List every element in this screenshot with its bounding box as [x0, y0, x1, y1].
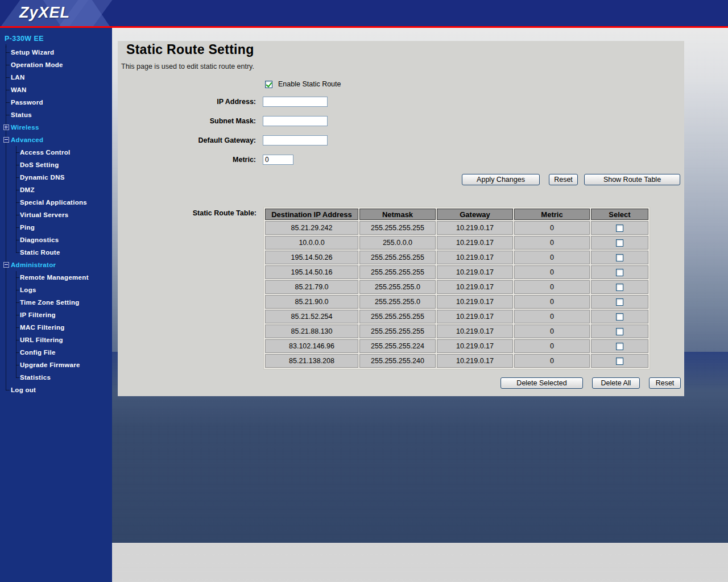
delete-selected-button[interactable]: Delete Selected: [500, 377, 583, 389]
route-select-checkbox[interactable]: [616, 254, 623, 261]
tree-line: [6, 346, 6, 359]
reset-table-button[interactable]: Reset: [649, 377, 681, 389]
route-select-checkbox[interactable]: [616, 269, 623, 276]
reset-button[interactable]: Reset: [549, 174, 578, 185]
sidebar-item-ping[interactable]: Ping: [0, 221, 112, 234]
sidebar-item-virtual-servers[interactable]: Virtual Servers: [0, 209, 112, 221]
sidebar-item-static-route[interactable]: Static Route: [0, 246, 112, 259]
destination-cell: 195.14.50.26: [265, 251, 358, 264]
sidebar-item-special-applications[interactable]: Special Applications: [0, 196, 112, 209]
subnet-mask-field[interactable]: [263, 116, 328, 126]
route-select-checkbox[interactable]: [616, 328, 623, 335]
tree-tick: [16, 227, 19, 228]
metric-cell: 0: [514, 280, 590, 294]
form-buttons-row: Apply ChangesResetShow Route Table: [118, 174, 680, 185]
sidebar-item-dos-setting[interactable]: DoS Setting: [0, 159, 112, 171]
enable-static-route-checkbox[interactable]: [265, 81, 272, 88]
static-route-table-label: Static Route Table:: [118, 207, 257, 369]
route-select-checkbox[interactable]: [616, 313, 623, 321]
tree-line: [6, 271, 6, 284]
sidebar-item-upgrade-firmware[interactable]: Upgrade Firmware: [0, 359, 112, 371]
sidebar-item-remote-management[interactable]: Remote Management: [0, 271, 112, 284]
gateway-cell: 10.219.0.17: [437, 280, 513, 294]
tree-line: [6, 334, 6, 346]
metric-cell: 0: [514, 265, 590, 279]
netmask-cell: 255.255.255.255: [359, 221, 436, 235]
route-row: 83.102.146.96255.255.255.22410.219.0.170: [265, 339, 648, 353]
sidebar-item-diagnostics[interactable]: Diagnostics: [0, 234, 112, 246]
sidebar-item-lan[interactable]: LAN: [0, 71, 112, 84]
default-gateway-label: Default Gateway:: [118, 136, 256, 144]
select-cell: [591, 339, 648, 353]
tree-tick: [6, 115, 10, 115]
sidebar-item-operation-mode[interactable]: Operation Mode: [0, 59, 112, 71]
netmask-cell: 255.255.255.255: [359, 310, 436, 323]
tree-line: [6, 184, 6, 196]
netmask-cell: 255.255.255.0: [359, 295, 436, 309]
select-cell: [591, 354, 648, 368]
sidebar-item-status[interactable]: Status: [0, 109, 112, 121]
tree-line: [6, 371, 6, 384]
sidebar-item-statistics[interactable]: Statistics: [0, 371, 112, 384]
sidebar-item-advanced[interactable]: Advanced: [0, 134, 112, 146]
static-route-table: Destination IP AddressNetmaskGatewayMetr…: [263, 207, 650, 369]
tree-tick: [16, 352, 19, 353]
tree-tick: [16, 327, 19, 328]
route-select-checkbox[interactable]: [616, 284, 623, 291]
route-select-checkbox[interactable]: [616, 357, 623, 365]
sidebar-item-url-filtering[interactable]: URL Filtering: [0, 334, 112, 346]
route-select-checkbox[interactable]: [616, 298, 623, 306]
sidebar-item-time-zone-setting[interactable]: Time Zone Setting: [0, 296, 112, 309]
tree-line: [6, 146, 6, 159]
sidebar-root-device[interactable]: P-330W EE: [5, 35, 112, 46]
route-select-checkbox[interactable]: [616, 225, 623, 232]
sidebar-item-mac-filtering[interactable]: MAC Filtering: [0, 321, 112, 334]
route-select-checkbox[interactable]: [616, 343, 623, 350]
destination-cell: 85.21.88.130: [265, 325, 358, 338]
sidebar-item-dmz[interactable]: DMZ: [0, 184, 112, 196]
collapse-icon[interactable]: [3, 137, 9, 143]
sidebar-item-config-file[interactable]: Config File: [0, 346, 112, 359]
expand-icon[interactable]: [3, 124, 9, 130]
netmask-cell: 255.255.255.224: [359, 339, 436, 353]
route-row: 85.21.88.130255.255.255.25510.219.0.170: [265, 325, 648, 338]
subnet-mask-label: Subnet Mask:: [118, 117, 256, 125]
sidebar-item-ip-filtering[interactable]: IP Filtering: [0, 309, 112, 321]
default-gateway-field[interactable]: [263, 135, 328, 146]
sidebar-item-label: Time Zone Setting: [20, 299, 80, 306]
sidebar-item-wan[interactable]: WAN: [0, 84, 112, 96]
sidebar-item-password[interactable]: Password: [0, 96, 112, 109]
select-cell: [591, 295, 648, 309]
sidebar-item-log-out[interactable]: Log out: [0, 384, 112, 396]
metric-cell: 0: [514, 295, 590, 309]
tree-tick: [16, 252, 19, 253]
sidebar-item-wireless[interactable]: Wireless: [0, 121, 112, 134]
sidebar-item-label: Statistics: [20, 374, 51, 381]
table-header-row: Destination IP AddressNetmaskGatewayMetr…: [265, 209, 648, 220]
sidebar-item-access-control[interactable]: Access Control: [0, 146, 112, 159]
sidebar-item-logs[interactable]: Logs: [0, 284, 112, 296]
enable-static-route-row: Enable Static Route: [265, 80, 684, 89]
tree-line: [6, 234, 6, 246]
collapse-icon[interactable]: [3, 262, 9, 268]
page: ZyXEL P-330W EE Setup WizardOperation Mo…: [0, 0, 728, 582]
metric-field[interactable]: [263, 155, 293, 165]
show-route-table-button[interactable]: Show Route Table: [584, 174, 680, 185]
tree-tick: [16, 202, 19, 203]
sidebar-item-dynamic-dns[interactable]: Dynamic DNS: [0, 171, 112, 184]
ip-address-field[interactable]: [263, 97, 328, 107]
tree-tick: [16, 215, 19, 215]
sidebar-item-setup-wizard[interactable]: Setup Wizard: [0, 46, 112, 59]
tree-tick: [16, 240, 19, 240]
tree-line: [6, 309, 6, 321]
netmask-cell: 255.0.0.0: [359, 236, 436, 250]
delete-all-button[interactable]: Delete All: [592, 377, 640, 389]
gateway-cell: 10.219.0.17: [437, 221, 513, 235]
page-title: Static Route Setting: [126, 41, 684, 58]
route-select-checkbox[interactable]: [616, 239, 623, 247]
apply-changes-button[interactable]: Apply Changes: [462, 174, 540, 185]
sidebar-item-administrator[interactable]: Administrator: [0, 259, 112, 271]
tree-line: [6, 321, 6, 334]
sidebar-tree: Setup WizardOperation ModeLANWANPassword…: [0, 46, 112, 396]
netmask-cell: 255.255.255.255: [359, 251, 436, 264]
